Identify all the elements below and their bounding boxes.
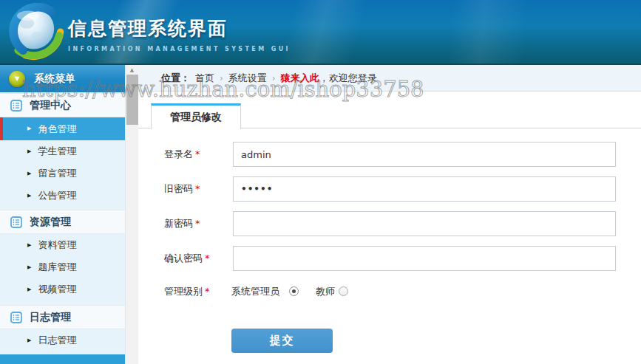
arrow-right-icon: ▶ — [27, 338, 31, 343]
breadcrumb: 位置： 首页 › 系统设置 › 猿来入此 ，欢迎您登录 — [138, 65, 641, 92]
form-row-confirm-password: 确认密码* — [138, 246, 641, 271]
option-system-admin-label: 系统管理员 — [231, 284, 279, 299]
breadcrumb-welcome-suffix: ，欢迎您登录 — [319, 72, 377, 85]
sidebar-section-log-management[interactable]: 日志管理 — [0, 305, 125, 329]
sidebar-item-label: 公告管理 — [38, 189, 76, 202]
form-row-login-name: 登录名* — [138, 142, 641, 167]
arrow-right-icon: ▶ — [27, 265, 31, 270]
scroll-up-icon: ▲ — [130, 67, 134, 73]
arrow-right-icon: ▶ — [27, 243, 31, 248]
sidebar-item-label: 学生管理 — [38, 145, 76, 158]
confirm-password-label: 确认密码* — [164, 246, 231, 271]
breadcrumb-prefix: 位置： — [161, 72, 190, 85]
breadcrumb-welcome-highlight: 猿来入此 — [281, 72, 319, 85]
breadcrumb-settings-link[interactable]: 系统设置 — [228, 72, 267, 85]
form-row-old-password: 旧密码* — [138, 176, 641, 202]
form-row-new-password: 新密码* — [138, 211, 641, 236]
sidebar-scrollbar[interactable]: ▲ — [125, 65, 138, 364]
arrow-right-icon: ▶ — [27, 171, 31, 176]
sidebar-section-admin-center[interactable]: 管理中心 — [0, 93, 125, 117]
sidebar-item-data-management[interactable]: ▶ 资料管理 — [0, 234, 125, 256]
sidebar-item-question-bank-management[interactable]: ▶ 题库管理 — [0, 256, 125, 278]
app-title: 信息管理系统界面 — [68, 16, 291, 41]
sidebar-section-label: 资源管理 — [30, 216, 71, 229]
submit-button[interactable]: 提交 — [231, 329, 333, 353]
scroll-up-button[interactable]: ▲ — [126, 65, 138, 75]
admin-level-label: 管理级别* — [164, 284, 231, 299]
confirm-password-field[interactable] — [233, 246, 616, 271]
scrollbar-thumb[interactable] — [126, 75, 138, 125]
collapse-circle-icon[interactable]: ▼ — [9, 71, 25, 87]
sidebar-item-message-management[interactable]: ▶ 留言管理 — [0, 162, 125, 185]
sidebar: ▼ 系统菜单 管理中心 ▶ 角色管理 ▶ 学生管理 ▶ 留言管理 ▶ 公告管理 … — [0, 65, 125, 364]
sidebar-menu-header[interactable]: ▼ 系统菜单 — [0, 65, 125, 92]
sidebar-section-label: 日志管理 — [30, 311, 71, 324]
sidebar-section-resource-management[interactable]: 资源管理 — [0, 210, 125, 234]
chevron-down-icon: ▼ — [15, 76, 19, 82]
arrow-right-icon: ▶ — [27, 149, 31, 154]
sidebar-item-label: 角色管理 — [38, 123, 76, 136]
list-icon — [10, 312, 22, 323]
old-password-field[interactable] — [233, 176, 616, 202]
app-subtitle: INFORMATION MANAGEMENT SYSTEM GUI — [68, 46, 291, 52]
required-asterisk: * — [195, 148, 200, 159]
breadcrumb-separator-icon: › — [272, 73, 276, 83]
app-header: 信息管理系统界面 INFORMATION MANAGEMENT SYSTEM G… — [0, 0, 641, 65]
required-asterisk: * — [205, 253, 210, 264]
sidebar-item-label: 留言管理 — [38, 167, 76, 180]
new-password-label: 新密码* — [164, 211, 231, 236]
breadcrumb-home-link[interactable]: 首页 — [195, 72, 214, 85]
login-name-label: 登录名* — [164, 142, 231, 167]
header-titles: 信息管理系统界面 INFORMATION MANAGEMENT SYSTEM G… — [68, 16, 291, 52]
form-row-admin-level: 管理级别* 系统管理员 教师 — [138, 284, 641, 299]
sidebar-item-label: 题库管理 — [38, 261, 76, 274]
required-asterisk: * — [205, 286, 210, 297]
sidebar-item-video-management[interactable]: ▶ 视频管理 — [0, 278, 125, 301]
arrow-right-icon: ▶ — [27, 193, 31, 199]
sidebar-item-role-management[interactable]: ▶ 角色管理 — [0, 117, 125, 140]
menu-title: 系统菜单 — [34, 72, 75, 86]
sidebar-item-label: 日志管理 — [38, 334, 76, 347]
arrow-right-icon: ▶ — [27, 126, 31, 131]
arrow-right-icon: ▶ — [27, 287, 31, 292]
main-content: 位置： 首页 › 系统设置 › 猿来入此 ，欢迎您登录 管理员修改 登录名* 旧… — [138, 65, 641, 364]
tab-strip: 管理员修改 — [138, 103, 641, 128]
admin-edit-form: 登录名* 旧密码* 新密码* 确认密码* 管理级别* 系统管理员 教师 — [138, 128, 641, 364]
sidebar-item-label: 资料管理 — [38, 238, 76, 252]
tab-label: 管理员修改 — [170, 111, 222, 124]
option-teacher-label: 教师 — [316, 284, 335, 299]
tab-admin-edit[interactable]: 管理员修改 — [151, 103, 241, 129]
required-asterisk: * — [195, 183, 200, 194]
list-icon — [10, 100, 22, 111]
list-icon — [10, 216, 22, 228]
new-password-field[interactable] — [233, 211, 616, 236]
radio-teacher[interactable] — [339, 286, 348, 296]
sidebar-item-announcement-management[interactable]: ▶ 公告管理 — [0, 185, 125, 207]
required-asterisk: * — [195, 218, 200, 229]
sidebar-bottom-bar — [0, 354, 125, 364]
app-window: 信息管理系统界面 INFORMATION MANAGEMENT SYSTEM G… — [0, 0, 641, 364]
old-password-label: 旧密码* — [164, 176, 231, 202]
globe-swoosh-logo — [4, 3, 67, 61]
sidebar-section-label: 管理中心 — [30, 99, 71, 112]
sidebar-item-log-management[interactable]: ▶ 日志管理 — [0, 329, 125, 351]
sidebar-item-student-management[interactable]: ▶ 学生管理 — [0, 140, 125, 162]
radio-system-admin[interactable] — [289, 286, 299, 296]
login-name-field[interactable] — [233, 142, 616, 167]
sidebar-item-label: 视频管理 — [38, 283, 76, 296]
breadcrumb-separator-icon: › — [220, 73, 223, 83]
